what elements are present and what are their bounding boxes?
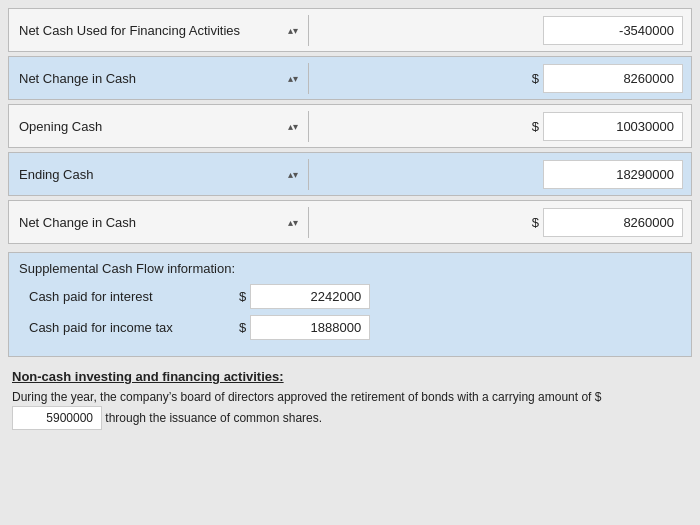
supp-dollar-cash-paid-interest: $	[239, 289, 246, 304]
noncash-value-box[interactable]: 5900000	[12, 406, 102, 430]
main-container: Net Cash Used for Financing Activities▴▾…	[8, 8, 692, 430]
supp-dollar-cash-paid-income-tax: $	[239, 320, 246, 335]
noncash-section: Non-cash investing and financing activit…	[8, 369, 692, 430]
dollar-sign-opening-cash: $	[512, 119, 543, 134]
value-net-cash-financing[interactable]: -3540000	[543, 16, 683, 45]
row-net-change-cash-2: Net Change in Cash▴▾$8260000	[8, 200, 692, 244]
sort-icon-net-change-cash-1[interactable]: ▴▾	[288, 73, 298, 84]
dollar-sign-net-change-cash-1: $	[512, 71, 543, 86]
supp-label-cash-paid-interest: Cash paid for interest	[19, 289, 239, 304]
row-net-cash-financing: Net Cash Used for Financing Activities▴▾…	[8, 8, 692, 52]
supp-value-cash-paid-interest[interactable]: 2242000	[250, 284, 370, 309]
row-ending-cash: Ending Cash▴▾18290000	[8, 152, 692, 196]
value-opening-cash[interactable]: 10030000	[543, 112, 683, 141]
label-cell-net-change-cash-1: Net Change in Cash▴▾	[9, 63, 309, 94]
supplemental-rows: Cash paid for interest$2242000Cash paid …	[19, 284, 681, 340]
value-ending-cash[interactable]: 18290000	[543, 160, 683, 189]
supp-label-cash-paid-income-tax: Cash paid for income tax	[19, 320, 239, 335]
label-cell-net-cash-financing: Net Cash Used for Financing Activities▴▾	[9, 15, 309, 46]
sort-icon-net-change-cash-2[interactable]: ▴▾	[288, 217, 298, 228]
label-net-change-cash-2: Net Change in Cash	[19, 215, 136, 230]
noncash-text: During the year, the company’s board of …	[12, 388, 688, 430]
supp-row-cash-paid-income-tax: Cash paid for income tax$1888000	[19, 315, 681, 340]
value-net-change-cash-1[interactable]: 8260000	[543, 64, 683, 93]
label-opening-cash: Opening Cash	[19, 119, 102, 134]
sort-icon-net-cash-financing[interactable]: ▴▾	[288, 25, 298, 36]
supp-row-cash-paid-interest: Cash paid for interest$2242000	[19, 284, 681, 309]
label-cell-opening-cash: Opening Cash▴▾	[9, 111, 309, 142]
dollar-sign-net-change-cash-2: $	[512, 215, 543, 230]
label-ending-cash: Ending Cash	[19, 167, 93, 182]
sort-icon-opening-cash[interactable]: ▴▾	[288, 121, 298, 132]
sort-icon-ending-cash[interactable]: ▴▾	[288, 169, 298, 180]
label-net-change-cash-1: Net Change in Cash	[19, 71, 136, 86]
label-cell-ending-cash: Ending Cash▴▾	[9, 159, 309, 190]
value-net-change-cash-2[interactable]: 8260000	[543, 208, 683, 237]
supp-value-cash-paid-income-tax[interactable]: 1888000	[250, 315, 370, 340]
noncash-title: Non-cash investing and financing activit…	[12, 369, 688, 384]
label-cell-net-change-cash-2: Net Change in Cash▴▾	[9, 207, 309, 238]
row-opening-cash: Opening Cash▴▾$10030000	[8, 104, 692, 148]
supplemental-title: Supplemental Cash Flow information:	[19, 261, 681, 276]
label-net-cash-financing: Net Cash Used for Financing Activities	[19, 23, 240, 38]
cash-flow-rows: Net Cash Used for Financing Activities▴▾…	[8, 8, 692, 244]
supplemental-section: Supplemental Cash Flow information: Cash…	[8, 252, 692, 357]
row-net-change-cash-1: Net Change in Cash▴▾$8260000	[8, 56, 692, 100]
